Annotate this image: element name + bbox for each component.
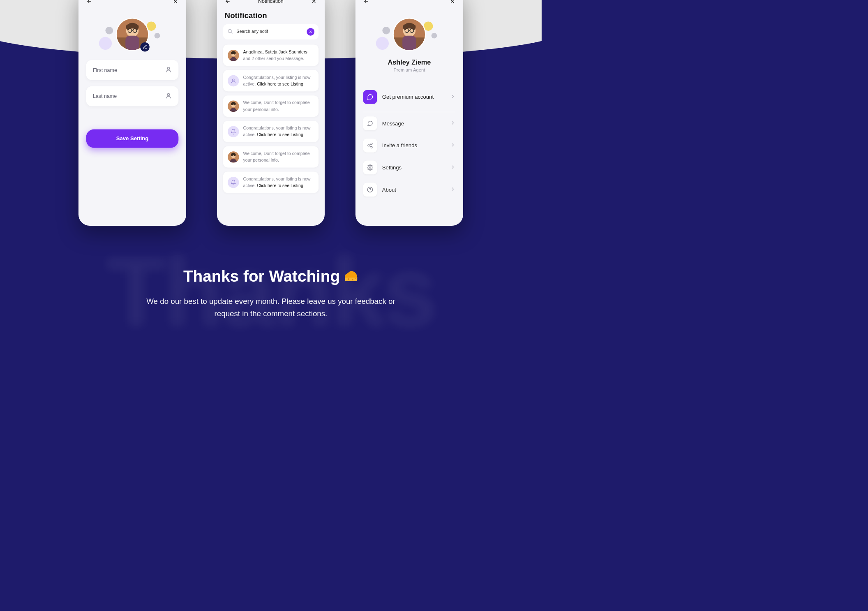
notification-avatar bbox=[228, 50, 239, 61]
screen-profile-menu: Ashley Zieme Premium Agent Get premium a… bbox=[356, 0, 463, 226]
thanks-title: Thanks for Watching bbox=[183, 267, 340, 285]
notification-avatar bbox=[228, 100, 239, 111]
thanks-subtitle: We do our best to update every month. Pl… bbox=[143, 295, 399, 320]
share-icon bbox=[363, 139, 377, 153]
menu-label: About bbox=[382, 187, 446, 193]
notification-text: Congratulations, your listing is now act… bbox=[243, 176, 314, 189]
notification-text: Welcome, Don't forget to complete your p… bbox=[243, 150, 314, 164]
notification-card[interactable]: Congratulations, your listing is now act… bbox=[223, 171, 319, 193]
first-name-field[interactable]: First name bbox=[86, 60, 179, 80]
thanks-section: Thanks for Watching We do our best to up… bbox=[143, 267, 399, 320]
back-icon[interactable] bbox=[362, 0, 370, 5]
cheese-icon bbox=[344, 269, 358, 283]
user-icon bbox=[165, 66, 172, 74]
svg-point-10 bbox=[167, 93, 169, 95]
clear-search-button[interactable] bbox=[307, 28, 314, 36]
notification-text: Welcome, Don't forget to complete your p… bbox=[243, 100, 314, 113]
svg-point-2 bbox=[355, 278, 356, 279]
last-name-placeholder: Last name bbox=[93, 93, 117, 99]
chevron-right-icon bbox=[450, 164, 455, 171]
notification-text: Congratulations, your listing is now act… bbox=[243, 74, 314, 87]
menu-label: Settings bbox=[382, 164, 446, 171]
bell-icon bbox=[228, 177, 239, 188]
search-bar bbox=[223, 24, 319, 39]
user-icon bbox=[228, 75, 239, 86]
notification-text: Angelinea, Suteja Jack Saundersand 2 oth… bbox=[243, 49, 307, 62]
screen-notification: Notification Notification Angelinea, Sut… bbox=[217, 0, 325, 226]
svg-rect-6 bbox=[125, 36, 139, 50]
menu-label: Get premium account bbox=[382, 94, 446, 100]
back-icon[interactable] bbox=[85, 0, 93, 5]
menu-item-chat-solid[interactable]: Get premium account bbox=[363, 88, 456, 106]
notification-card[interactable]: Angelinea, Suteja Jack Saundersand 2 oth… bbox=[223, 45, 319, 66]
close-icon[interactable] bbox=[448, 0, 457, 5]
notification-card[interactable]: Congratulations, your listing is now act… bbox=[223, 70, 319, 91]
gear-icon bbox=[363, 161, 377, 175]
svg-point-28 bbox=[369, 167, 371, 169]
chat-solid-icon bbox=[363, 90, 377, 104]
svg-point-0 bbox=[348, 278, 349, 280]
bell-icon bbox=[228, 126, 239, 137]
chevron-right-icon bbox=[450, 187, 455, 193]
edit-avatar-button[interactable] bbox=[140, 42, 149, 51]
first-name-placeholder: First name bbox=[93, 67, 117, 73]
close-icon[interactable] bbox=[310, 0, 318, 5]
menu-item-share[interactable]: Invite a friends bbox=[363, 137, 456, 154]
menu-label: Message bbox=[382, 120, 446, 127]
avatar-block bbox=[356, 9, 463, 60]
svg-point-14 bbox=[233, 79, 235, 81]
notification-avatar bbox=[228, 151, 239, 162]
chevron-right-icon bbox=[450, 142, 455, 148]
avatar-block bbox=[78, 9, 186, 60]
avatar bbox=[115, 18, 149, 51]
notification-card[interactable]: Congratulations, your listing is now act… bbox=[223, 121, 319, 142]
notification-card[interactable]: Welcome, Don't forget to complete your p… bbox=[223, 95, 319, 117]
search-input[interactable] bbox=[236, 29, 303, 34]
close-icon[interactable] bbox=[171, 0, 180, 5]
page-title: Notification bbox=[258, 0, 284, 4]
chevron-right-icon bbox=[450, 120, 455, 127]
back-icon[interactable] bbox=[224, 0, 232, 5]
profile-role: Premium Agent bbox=[356, 67, 463, 73]
screen-edit-profile: First name Last name Save Setting bbox=[78, 0, 186, 226]
last-name-field[interactable]: Last name bbox=[86, 86, 179, 106]
svg-rect-22 bbox=[402, 36, 416, 50]
menu-label: Invite a friends bbox=[382, 142, 446, 148]
menu-item-chat[interactable]: Message bbox=[363, 115, 456, 132]
menu-item-gear[interactable]: Settings bbox=[363, 159, 456, 176]
search-icon bbox=[227, 28, 233, 35]
avatar bbox=[392, 18, 426, 51]
help-icon bbox=[363, 183, 377, 197]
save-setting-button[interactable]: Save Setting bbox=[86, 129, 179, 148]
chat-icon bbox=[363, 116, 377, 130]
user-icon bbox=[165, 93, 172, 100]
notification-text: Congratulations, your listing is now act… bbox=[243, 125, 314, 138]
chevron-right-icon bbox=[450, 94, 455, 100]
menu-divider bbox=[363, 112, 456, 112]
svg-point-1 bbox=[352, 279, 353, 280]
notification-heading: Notification bbox=[217, 6, 325, 24]
notification-card[interactable]: Welcome, Don't forget to complete your p… bbox=[223, 146, 319, 168]
menu-item-help[interactable]: About bbox=[363, 181, 456, 198]
svg-point-9 bbox=[167, 67, 169, 69]
